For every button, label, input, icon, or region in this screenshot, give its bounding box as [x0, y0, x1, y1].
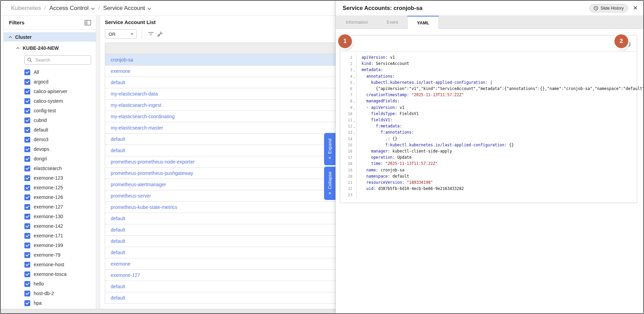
- filter-icon[interactable]: [146, 30, 155, 38]
- namespace-checkbox-item[interactable]: default: [4, 125, 96, 135]
- checkbox-checked-icon[interactable]: [24, 89, 30, 94]
- checkbox-checked-icon[interactable]: [24, 243, 30, 248]
- checkbox-checked-icon[interactable]: [24, 281, 30, 287]
- expand-button[interactable]: Expand <: [324, 133, 335, 165]
- namespace-checkbox-item[interactable]: config-test: [4, 106, 96, 115]
- checkbox-checked-icon[interactable]: [24, 204, 30, 210]
- service-account-link[interactable]: my-elasticsearch-coordinating: [111, 114, 175, 119]
- namespace-checkbox-item[interactable]: dongri: [4, 154, 96, 164]
- pin-icon[interactable]: [155, 30, 164, 38]
- checkbox-checked-icon[interactable]: [24, 185, 30, 191]
- namespace-checkbox-item[interactable]: exemone-79: [4, 250, 96, 260]
- namespace-checkbox-item[interactable]: hpa: [4, 298, 96, 308]
- service-account-link[interactable]: default: [111, 227, 125, 233]
- tab-yaml[interactable]: YAML: [407, 16, 439, 29]
- checkbox-checked-icon[interactable]: [24, 146, 30, 152]
- namespace-checkbox-item[interactable]: exemone-tosca: [4, 269, 96, 279]
- checkbox-checked-icon[interactable]: [24, 98, 30, 104]
- breadcrumb-root[interactable]: Kubernetes: [11, 5, 41, 12]
- service-account-link[interactable]: exemone: [111, 68, 131, 74]
- slide-history-button[interactable]: Slide History: [589, 4, 628, 12]
- service-account-link[interactable]: default: [111, 80, 125, 85]
- service-account-link[interactable]: prometheus-kube-state-metrics: [111, 204, 177, 210]
- namespace-checkbox-item[interactable]: exemone-199: [4, 240, 96, 250]
- checkbox-checked-icon[interactable]: [24, 156, 30, 162]
- namespace-checkbox-item[interactable]: exemone-host: [4, 260, 96, 269]
- fold-toggle-icon[interactable]: ⌄: [352, 131, 356, 136]
- namespace-checkbox-item[interactable]: All: [4, 67, 96, 77]
- namespace-checkbox-item[interactable]: exemone-130: [4, 212, 96, 221]
- service-account-link[interactable]: default: [111, 250, 125, 255]
- namespace-checkbox-item[interactable]: exemone-123: [4, 173, 96, 183]
- breadcrumb-service-account[interactable]: Service Account: [103, 5, 151, 12]
- checkbox-checked-icon[interactable]: [24, 233, 30, 239]
- namespace-checkbox-item[interactable]: calico-apiserver: [4, 87, 96, 96]
- checkbox-checked-icon[interactable]: [24, 108, 30, 114]
- tree-node-cluster[interactable]: Cluster: [4, 32, 96, 42]
- namespace-checkbox-item[interactable]: exemone-171: [4, 231, 96, 240]
- service-account-link[interactable]: my-elasticsearch-data: [111, 91, 158, 97]
- namespace-checkbox-item[interactable]: calico-system: [4, 96, 96, 106]
- close-icon[interactable]: ✕: [633, 5, 638, 11]
- service-account-link[interactable]: prometheus-alertmanager: [111, 182, 166, 187]
- service-account-link[interactable]: default: [111, 148, 125, 153]
- namespace-checkbox-item[interactable]: demo3: [4, 135, 96, 144]
- namespace-checkbox-item[interactable]: argocd: [4, 77, 96, 87]
- fold-toggle-icon[interactable]: ⌄: [352, 99, 356, 105]
- vertical-scrollbar[interactable]: [96, 16, 100, 313]
- service-account-link[interactable]: my-elasticsearch-master: [111, 125, 163, 131]
- namespace-checkbox-item[interactable]: exemone-142: [4, 221, 96, 231]
- service-account-link[interactable]: exemone-127: [111, 272, 140, 278]
- service-account-link[interactable]: default: [111, 238, 125, 244]
- service-account-link[interactable]: prometheus-prometheus-pushgateway: [111, 170, 193, 176]
- service-account-link[interactable]: prometheus-server: [111, 193, 151, 199]
- namespace-search-input[interactable]: [24, 55, 91, 65]
- checkbox-checked-icon[interactable]: [24, 166, 30, 171]
- checkbox-checked-icon[interactable]: [24, 79, 30, 85]
- operator-select[interactable]: OR: [105, 29, 137, 39]
- checkbox-checked-icon[interactable]: [24, 223, 30, 229]
- chevron-up-icon: [16, 47, 20, 49]
- fold-toggle-icon[interactable]: ⌄: [352, 81, 356, 86]
- service-account-link[interactable]: default: [111, 284, 125, 289]
- namespace-checkbox-item[interactable]: cubrid: [4, 115, 96, 125]
- checkbox-checked-icon[interactable]: [24, 127, 30, 133]
- checkbox-checked-icon[interactable]: [24, 175, 30, 181]
- checkbox-checked-icon[interactable]: [24, 214, 30, 220]
- checkbox-checked-icon[interactable]: [24, 271, 30, 277]
- tree-node-cluster-name[interactable]: KUBE-240-NEW: [4, 43, 96, 53]
- namespace-checkbox-item[interactable]: exemone-125: [4, 183, 96, 192]
- collapse-panel-icon[interactable]: [84, 19, 91, 26]
- checkbox-checked-icon[interactable]: [24, 300, 30, 306]
- checkbox-checked-icon[interactable]: [24, 262, 30, 268]
- checkbox-checked-icon[interactable]: [24, 194, 30, 200]
- fold-toggle-icon[interactable]: ⌄: [352, 68, 356, 74]
- tab-event[interactable]: Event: [377, 16, 407, 29]
- checkbox-checked-icon[interactable]: [24, 137, 30, 143]
- fold-toggle-icon[interactable]: ⌄: [352, 75, 356, 80]
- service-account-link[interactable]: default: [111, 136, 125, 142]
- checkbox-checked-icon[interactable]: [24, 69, 30, 75]
- checkbox-checked-icon[interactable]: [24, 252, 30, 258]
- namespace-checkbox-item[interactable]: hello: [4, 279, 96, 289]
- horizontal-scrollbar[interactable]: [1, 309, 335, 313]
- checkbox-checked-icon[interactable]: [24, 291, 30, 296]
- fold-toggle-icon[interactable]: ⌄: [352, 118, 356, 124]
- service-account-link[interactable]: my-elasticsearch-ingest: [111, 102, 161, 108]
- breadcrumb-access-control[interactable]: Access Control: [49, 5, 95, 12]
- service-account-link[interactable]: prometheus-prometheus-node-exporter: [111, 159, 195, 165]
- service-account-link[interactable]: default: [111, 295, 125, 301]
- namespace-checkbox-item[interactable]: host-db-2: [4, 289, 96, 298]
- namespace-checkbox-item[interactable]: exemone-126: [4, 192, 96, 202]
- service-account-link[interactable]: default: [111, 216, 125, 221]
- checkbox-checked-icon[interactable]: [24, 117, 30, 123]
- namespace-checkbox-item[interactable]: devops: [4, 144, 96, 154]
- namespace-checkbox-item[interactable]: elasticsearch: [4, 164, 96, 173]
- namespace-checkbox-item[interactable]: exemone-127: [4, 202, 96, 212]
- tab-information[interactable]: Information: [336, 16, 377, 29]
- collapse-button[interactable]: Collapse >: [324, 167, 335, 200]
- fold-toggle-icon[interactable]: ⌄: [352, 106, 356, 111]
- service-account-link[interactable]: exemone: [111, 261, 131, 267]
- service-account-link[interactable]: cronjob-sa: [111, 57, 133, 63]
- fold-toggle-icon[interactable]: ⌄: [352, 124, 356, 130]
